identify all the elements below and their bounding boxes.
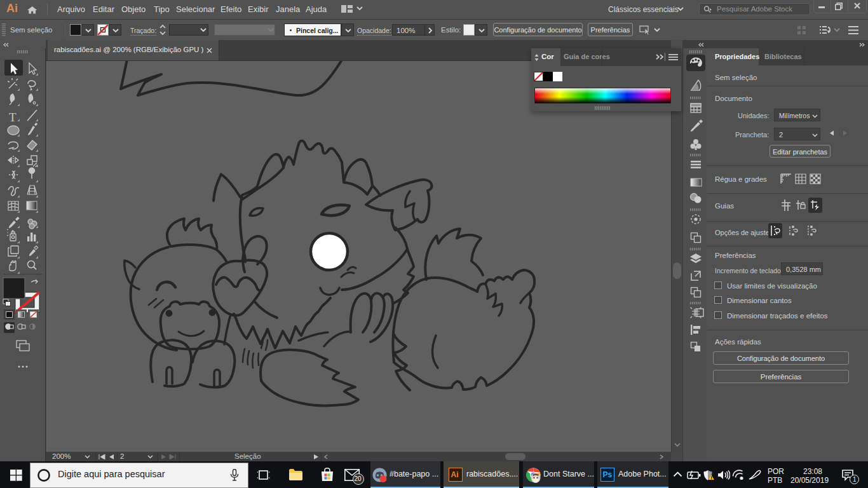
- svg-text:T: T: [9, 111, 17, 124]
